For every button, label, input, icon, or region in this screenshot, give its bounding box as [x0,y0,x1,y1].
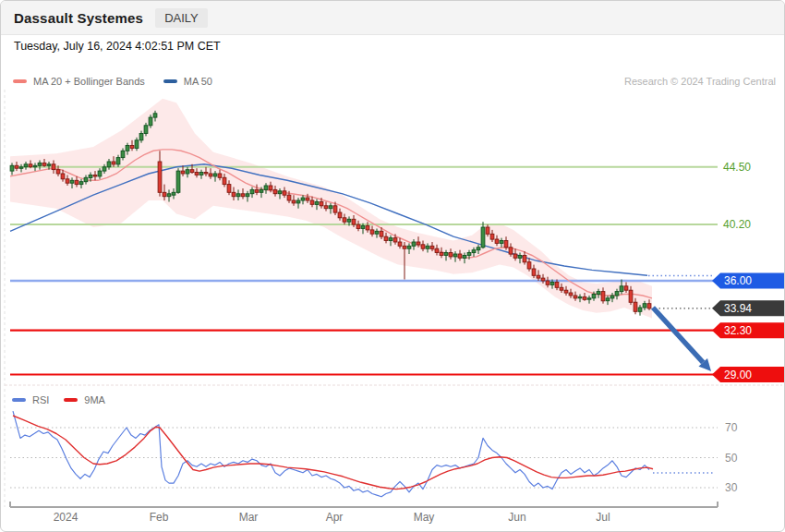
research-credit: Research © 2024 Trading Central [624,76,776,87]
timeframe-badge: DAILY [155,8,208,28]
svg-text:40.20: 40.20 [723,218,751,231]
legend-item-9ma: 9MA [64,394,105,405]
svg-text:29.00: 29.00 [724,369,752,381]
svg-text:Jul: Jul [596,511,610,524]
svg-text:32.30: 32.30 [724,324,752,337]
chart-header: Dassault Systemes DAILY [1,1,784,35]
instrument-title: Dassault Systemes [14,10,143,26]
svg-text:30: 30 [725,481,738,494]
legend-item-rsi: RSI [12,394,49,405]
rsi-9ma-swatch-icon [64,398,78,402]
svg-text:70: 70 [725,421,738,434]
svg-text:May: May [414,511,435,524]
legend-label-rsi: RSI [32,394,49,405]
legend-item-ma50: MA 50 [163,76,212,87]
svg-text:36.00: 36.00 [724,274,752,287]
legend-label-ma20-bollinger: MA 20 + Bollinger Bands [33,76,145,87]
x-axis: 2024FebMarAprMayJunJul [10,502,718,524]
trading-central-chart-card: 44.5040.2036.0033.9432.3029.007050302024… [0,0,785,532]
rsi-swatch-icon [12,398,26,402]
svg-text:2024: 2024 [54,511,78,524]
price-legend: MA 20 + Bollinger Bands MA 50 [13,76,212,87]
ma20-bollinger-swatch-icon [13,79,27,83]
svg-text:44.50: 44.50 [723,161,751,174]
svg-text:Mar: Mar [239,511,259,524]
svg-text:Jun: Jun [508,511,525,524]
legend-label-ma50: MA 50 [184,76,212,87]
chart-datetime: Tuesday, July 16, 2024 4:02:51 PM CET [14,40,221,53]
ma50-swatch-icon [163,79,177,83]
svg-text:50: 50 [725,452,738,465]
legend-label-9ma: 9MA [84,394,105,405]
breakout-arrow [653,308,711,371]
price-badges: 44.5040.2036.0033.9432.3029.00 [712,161,785,382]
svg-text:Feb: Feb [150,511,169,524]
legend-item-ma20-bollinger: MA 20 + Bollinger Bands [13,76,145,87]
rsi-panel: 705030 [10,411,738,497]
svg-text:33.94: 33.94 [724,302,752,315]
rsi-legend: RSI 9MA [12,394,105,405]
svg-text:Apr: Apr [326,511,344,524]
